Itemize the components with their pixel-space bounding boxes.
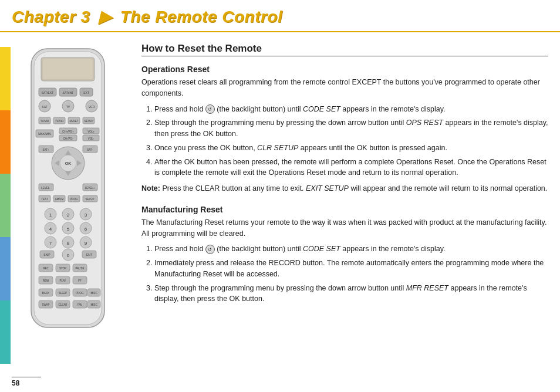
page-number: 58: [12, 379, 19, 387]
main-content: SAT/EXT SAT/INT EXT SAT TV VCR TV/VID TV…: [0, 32, 560, 339]
manufacturing-reset-section: Manufacturing Reset The Manufacturing Re…: [141, 205, 548, 305]
manufacturing-reset-steps: Press and hold ↺ (the backlight button) …: [154, 244, 548, 305]
operations-reset-note: Note: Press the CLEAR button at any time…: [141, 183, 548, 194]
svg-text:STOP: STOP: [59, 267, 66, 270]
strip-green: [0, 174, 11, 237]
svg-text:TV: TV: [66, 105, 70, 109]
svg-text:RESET: RESET: [69, 120, 78, 123]
svg-text:BACK: BACK: [42, 292, 49, 295]
chapter-arrow: ▶: [99, 8, 112, 26]
chapter-header: Chapter 3 ▶ The Remote Control: [0, 0, 560, 32]
mfr-step-1: Press and hold ↺ (the backlight button) …: [154, 244, 548, 255]
svg-text:MISC: MISC: [90, 292, 97, 295]
svg-text:TV/VID: TV/VID: [41, 120, 49, 123]
svg-text:CLEAR: CLEAR: [58, 303, 68, 306]
remote-container: SAT/EXT SAT/INT EXT SAT TV VCR TV/VID TV…: [11, 43, 125, 333]
chapter-name: The Remote Control: [120, 8, 283, 26]
strip-teal: [0, 300, 11, 364]
svg-text:5: 5: [67, 227, 70, 232]
svg-text:SAT-: SAT-: [87, 148, 93, 151]
operations-reset-subtitle: Operations Reset: [141, 65, 548, 74]
page-footer: 58: [12, 377, 41, 387]
ops-step-1: Press and hold ↺ (the backlight button) …: [154, 104, 548, 115]
main-section-title: How to Reset the Remote: [141, 43, 548, 56]
svg-text:CH+/PG+: CH+/PG+: [62, 130, 74, 133]
svg-text:REC: REC: [43, 267, 49, 270]
mfr-step-2: Immediately press and release the RECORD…: [154, 258, 548, 280]
svg-text:SAT+: SAT+: [42, 148, 49, 151]
svg-text:PLAY: PLAY: [59, 279, 66, 282]
svg-text:TV/VID: TV/VID: [55, 120, 64, 123]
svg-text:SKIP: SKIP: [43, 253, 50, 256]
svg-text:SAT: SAT: [42, 105, 47, 109]
ops-step-2: Step through the programming menu by pre…: [154, 117, 548, 140]
svg-text:6: 6: [85, 227, 87, 232]
svg-text:EXT: EXT: [83, 91, 89, 94]
svg-text:MISC: MISC: [90, 303, 97, 306]
svg-text:TEST: TEST: [41, 198, 48, 201]
svg-text:REW: REW: [43, 279, 49, 282]
svg-text:SETUP: SETUP: [84, 120, 93, 123]
svg-text:LEVEL-: LEVEL-: [41, 187, 50, 190]
svg-text:PROG: PROG: [76, 292, 84, 295]
operations-reset-intro: Operations reset clears all programming …: [141, 77, 548, 99]
ops-step-4: After the OK button has been pressed, th…: [154, 157, 548, 179]
svg-text:LEVEL+: LEVEL+: [85, 187, 95, 190]
svg-text:SAT/INT: SAT/INT: [63, 91, 74, 94]
chapter-title: Chapter 3 ▶ The Remote Control: [12, 7, 548, 31]
svg-text:PAUSE: PAUSE: [76, 267, 85, 270]
svg-text:SLEEP: SLEEP: [59, 292, 68, 295]
text-content: How to Reset the Remote Operations Reset…: [136, 43, 548, 333]
svg-text:SWAP: SWAP: [42, 303, 49, 306]
svg-text:SAT/EXT: SAT/EXT: [42, 91, 53, 94]
svg-text:0: 0: [67, 253, 70, 258]
strip-blue: [0, 237, 11, 300]
svg-text:4: 4: [49, 227, 52, 232]
decorative-side-strips: [0, 47, 11, 364]
svg-text:OK: OK: [65, 161, 72, 165]
remote-image: SAT/EXT SAT/INT EXT SAT TV VCR TV/VID TV…: [16, 46, 119, 333]
svg-text:2: 2: [67, 212, 70, 218]
strip-orange: [0, 110, 11, 174]
svg-text:VOL-: VOL-: [88, 137, 95, 140]
chapter-label: Chapter 3: [12, 8, 90, 26]
svg-text:MAX/MIN: MAX/MIN: [38, 132, 51, 136]
svg-text:CH-/PG-: CH-/PG-: [63, 137, 73, 140]
operations-reset-section: Operations Reset Operations reset clears…: [141, 65, 548, 194]
svg-text:AM/FM: AM/FM: [55, 198, 64, 201]
svg-rect-3: [43, 59, 93, 79]
note-label: Note:: [141, 184, 160, 192]
svg-text:8: 8: [67, 241, 70, 246]
svg-text:9: 9: [85, 241, 87, 246]
strip-yellow: [0, 47, 11, 110]
svg-text:VCR: VCR: [89, 105, 95, 109]
ops-step-3: Once you press the OK button, CLR SETUP …: [154, 143, 548, 154]
manufacturing-reset-subtitle: Manufacturing Reset: [141, 205, 548, 214]
svg-text:1: 1: [49, 212, 52, 218]
svg-text:3: 3: [85, 212, 87, 218]
svg-text:PROG: PROG: [70, 198, 78, 201]
svg-text:FF: FF: [78, 279, 82, 282]
manufacturing-reset-intro: The Manufacturing Reset returns your rem…: [141, 217, 548, 239]
svg-text:7: 7: [49, 241, 52, 246]
operations-reset-steps: Press and hold ↺ (the backlight button) …: [154, 104, 548, 179]
mfr-step-3: Step through the programming menu by pre…: [154, 283, 548, 305]
svg-text:SETUP: SETUP: [85, 198, 94, 201]
svg-text:FAV: FAV: [77, 303, 82, 306]
svg-text:VOL+: VOL+: [87, 130, 95, 133]
svg-text:ENT: ENT: [86, 253, 92, 256]
